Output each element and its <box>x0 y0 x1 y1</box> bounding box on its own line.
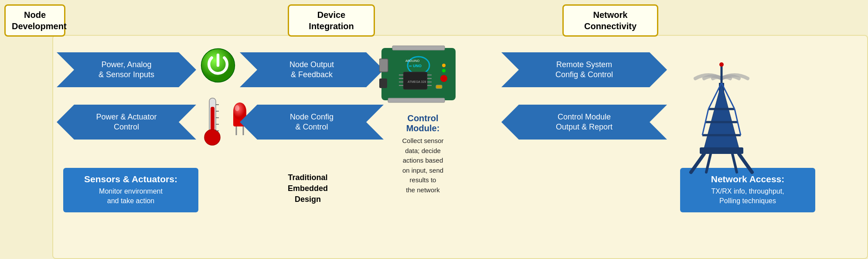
device-integration-label: Device Integration <box>309 10 354 31</box>
sensors-actuators-desc: Monitor environment and take action <box>72 187 190 206</box>
sensors-actuators-title: Sensors & Actuators: <box>72 174 190 184</box>
svg-point-3 <box>204 130 220 145</box>
svg-line-44 <box>735 109 738 122</box>
svg-point-33 <box>442 69 446 72</box>
power-analog-text: Power, Analog & Sensor Inputs <box>77 60 176 80</box>
svg-line-46 <box>738 122 741 135</box>
svg-text:ARDUINO: ARDUINO <box>405 59 420 62</box>
svg-point-32 <box>440 75 447 82</box>
svg-point-13 <box>235 105 239 111</box>
control-module-out-text: Control Module Output & Report <box>534 112 634 133</box>
svg-line-45 <box>702 122 705 135</box>
traditional-label: Traditional Embedded Design <box>288 172 328 205</box>
device-integration-box: Device Integration <box>288 4 375 37</box>
svg-line-43 <box>705 109 708 122</box>
network-access-desc: TX/RX info, throughput, Polling techniqu… <box>689 187 807 206</box>
node-development-box: Node Development <box>4 4 65 37</box>
control-module-box: Control Module: Collect sensor data; dec… <box>371 109 475 199</box>
svg-marker-37 <box>704 83 739 148</box>
svg-rect-20 <box>392 46 445 50</box>
svg-line-48 <box>691 154 704 172</box>
arduino-board-icon: ∞ UNO ARDUINO ATMEGA 328 <box>379 39 458 109</box>
control-module-desc: Collect sensor data; decide actions base… <box>375 136 471 195</box>
node-development-label: Node Development <box>12 10 67 31</box>
node-config-text: Node Config & Control <box>268 112 355 133</box>
svg-rect-15 <box>379 59 388 72</box>
node-output-text: Node Output & Feedback <box>268 60 356 80</box>
svg-line-50 <box>706 154 711 172</box>
power-analog-arrow: Power, Analog & Sensor Inputs <box>57 52 196 87</box>
svg-rect-21 <box>388 98 445 102</box>
node-output-arrow: Node Output & Feedback <box>240 52 384 87</box>
svg-rect-35 <box>436 85 442 89</box>
svg-line-49 <box>739 154 752 172</box>
control-module-title: Control Module: <box>375 113 471 133</box>
control-module-out-arrow: Control Module Output & Report <box>501 105 667 140</box>
network-connectivity-box: Network Connectivity <box>562 4 658 37</box>
remote-system-arrow: Remote System Config & Control <box>501 52 667 87</box>
antenna-tower-icon <box>678 44 765 183</box>
thermometer-icon <box>201 94 225 150</box>
svg-line-51 <box>732 154 737 172</box>
power-actuator-text: Power & Actuator Control <box>74 112 178 133</box>
svg-point-53 <box>719 62 724 67</box>
svg-rect-16 <box>379 78 387 88</box>
svg-point-10 <box>233 102 246 120</box>
network-connectivity-label: Network Connectivity <box>584 10 637 31</box>
svg-point-34 <box>442 64 446 67</box>
remote-system-text: Remote System Config & Control <box>534 60 635 80</box>
svg-rect-47 <box>700 147 743 154</box>
svg-text:∞ UNO: ∞ UNO <box>409 64 422 68</box>
traditional-text: Traditional Embedded Design <box>288 173 328 204</box>
power-button-icon <box>201 48 235 83</box>
sensors-actuators-box: Sensors & Actuators: Monitor environment… <box>63 168 198 212</box>
node-config-arrow: Node Config & Control <box>240 105 384 140</box>
power-actuator-arrow: Power & Actuator Control <box>57 105 196 140</box>
svg-text:ATMEGA 328: ATMEGA 328 <box>408 80 426 83</box>
